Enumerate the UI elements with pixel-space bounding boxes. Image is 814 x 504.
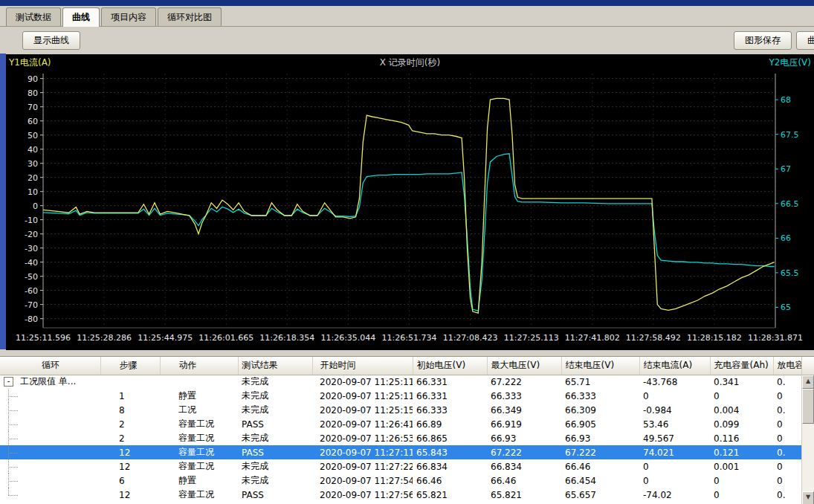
x-tick-label: 11:26:18.354 — [259, 333, 314, 343]
charge-cap-cell: 0.004 — [710, 403, 773, 417]
table-scrollbar[interactable]: ▲ ▼ — [801, 357, 814, 504]
table-body: -工况限值 单...未完成2020-09-07 11:25:1166.33167… — [0, 375, 801, 502]
y1-tick-label: 70 — [28, 103, 38, 112]
init-voltage-cell: 66.333 — [413, 403, 487, 417]
init-voltage-cell: 66.331 — [413, 389, 487, 403]
charge-cap-cell: 0.099 — [710, 417, 773, 431]
y1-tick-label: 30 — [28, 159, 38, 169]
scrollbar-track[interactable] — [802, 424, 814, 491]
discharge-cap-cell: 0. — [773, 488, 801, 502]
column-header-6[interactable]: 最大电压(V) — [487, 357, 561, 375]
table-row-4[interactable]: 2容量工况未完成2020-09-07 11:26:5366.86566.9366… — [0, 431, 801, 445]
y2-axis-label: Y2电压(V) — [768, 57, 811, 68]
y1-tick-label: -70 — [25, 300, 38, 310]
step-cell: 2 — [100, 417, 160, 431]
action-cell: 容量工况 — [160, 459, 238, 474]
chart-svg[interactable]: 11:25:11.59611:25:28.28611:25:44.97511:2… — [6, 54, 814, 350]
y1-tick-label: 20 — [28, 173, 38, 183]
column-header-10[interactable]: 放电容 — [773, 357, 801, 375]
y1-tick-label: 40 — [28, 145, 38, 155]
x-tick-label: 11:25:11.596 — [16, 333, 71, 343]
scrollbar-up-button[interactable]: ▲ — [802, 375, 814, 389]
cycle-label: 工况限值 单... — [20, 376, 76, 387]
y1-tick-label: -80 — [25, 314, 38, 324]
curve-save-button-partial[interactable]: 曲 — [796, 31, 814, 50]
discharge-cap-cell: 0 — [773, 474, 801, 488]
x-tick-label: 11:27:08.423 — [443, 333, 498, 343]
result-cell: PASS — [238, 417, 312, 431]
tab-3[interactable]: 项目内容 — [101, 7, 156, 26]
tree-line-connector — [8, 495, 18, 496]
action-cell: 容量工况 — [160, 431, 238, 445]
table-row-5[interactable]: 12容量工况PASS2020-09-07 11:27:1165.84367.22… — [0, 445, 801, 459]
scrollbar-thumb[interactable] — [802, 389, 814, 424]
column-header-1[interactable]: 步骤 — [100, 357, 160, 375]
x-axis-title: X 记录时间(秒) — [380, 57, 440, 68]
discharge-cap-cell: 0 — [773, 431, 801, 445]
start-time-cell: 2020-09-07 11:26:53 — [312, 431, 413, 445]
table-row-8[interactable]: 12容量工况PASS2020-09-07 11:27:5665.82165.82… — [0, 488, 801, 502]
battery-test-app-window: { "tabs": [ {"label": "测试数据", "active": … — [0, 0, 814, 504]
x-tick-label: 11:26:35.044 — [320, 333, 375, 343]
cycle-cell — [0, 474, 100, 488]
column-header-7[interactable]: 结束电压(V) — [561, 357, 639, 375]
x-tick-label: 11:25:28.286 — [77, 333, 132, 343]
end-voltage-cell: 66.333 — [561, 389, 639, 403]
end-current-cell: -0.984 — [639, 403, 710, 417]
table-row-3[interactable]: 2容量工况PASS2020-09-07 11:26:4166.8966.9196… — [0, 417, 801, 431]
tab-2[interactable]: 曲线 — [62, 7, 100, 27]
step-cell: 8 — [100, 403, 160, 417]
show-curve-button[interactable]: 显示曲线 — [22, 31, 80, 50]
start-time-cell: 2020-09-07 11:25:11 — [312, 389, 413, 403]
table-row-6[interactable]: 12容量工况未完成2020-09-07 11:27:2266.83466.834… — [0, 459, 801, 474]
max-voltage-cell: 66.46 — [487, 474, 561, 488]
step-cell: 6 — [100, 474, 160, 488]
action-cell: 工况 — [160, 403, 238, 417]
step-cell: 12 — [100, 445, 160, 459]
y2-tick-label: 66 — [781, 233, 791, 243]
y1-tick-label: -20 — [25, 230, 38, 239]
save-graphic-button[interactable]: 图形保存 — [734, 31, 792, 50]
end-voltage-cell: 65.71 — [561, 375, 639, 389]
y1-axis-label: Y1电流(A) — [8, 57, 51, 68]
discharge-cap-cell: 0. — [773, 445, 801, 459]
tree-expander-icon[interactable]: - — [4, 377, 13, 387]
table-header-row: 循环步骤动作测试结果开始时间初始电压(V)最大电压(V)结束电压(V)结束电流(… — [0, 357, 801, 375]
end-current-cell: 53.46 — [639, 417, 710, 431]
tab-1[interactable]: 测试数据 — [6, 7, 61, 26]
y2-tick-label: 65 — [781, 303, 791, 312]
left-edge-strip — [0, 54, 6, 349]
column-header-4[interactable]: 开始时间 — [312, 357, 413, 375]
step-cell: 12 — [100, 459, 160, 474]
charge-cap-cell: 0.121 — [710, 445, 773, 459]
start-time-cell: 2020-09-07 11:26:41 — [312, 417, 413, 431]
table-row-0[interactable]: -工况限值 单...未完成2020-09-07 11:25:1166.33167… — [0, 375, 801, 389]
tab-4[interactable]: 循环对比图 — [158, 7, 222, 26]
column-header-8[interactable]: 结束电流(A) — [639, 357, 710, 375]
end-voltage-cell: 66.454 — [561, 474, 639, 488]
table-row-1[interactable]: 1静置未完成2020-09-07 11:25:1166.33166.33366.… — [0, 389, 801, 403]
end-current-cell: 0 — [639, 474, 710, 488]
column-header-3[interactable]: 测试结果 — [238, 357, 312, 375]
column-header-9[interactable]: 充电容量(Ah) — [710, 357, 773, 375]
result-cell: PASS — [238, 445, 312, 459]
step-cell: 2 — [100, 431, 160, 445]
charge-cap-cell: 0 — [710, 474, 773, 488]
max-voltage-cell: 66.834 — [487, 459, 561, 474]
cycle-cell — [0, 417, 100, 431]
tree-line-connector — [8, 467, 18, 468]
result-cell: PASS — [238, 488, 312, 502]
column-header-0[interactable]: 循环 — [0, 357, 100, 375]
column-header-2[interactable]: 动作 — [160, 357, 238, 375]
table-row-7[interactable]: 6静置未完成2020-09-07 11:27:5466.4666.4666.45… — [0, 474, 801, 488]
column-header-5[interactable]: 初始电压(V) — [413, 357, 487, 375]
scrollbar-down-button[interactable]: ▼ — [802, 491, 814, 504]
max-voltage-cell: 66.349 — [487, 403, 561, 417]
table-row-2[interactable]: 8工况未完成2020-09-07 11:25:1566.33366.34966.… — [0, 403, 801, 417]
max-voltage-cell: 65.821 — [487, 488, 561, 502]
discharge-cap-cell: 0 — [773, 417, 801, 431]
charge-cap-cell: 0.116 — [710, 431, 773, 445]
step-cell: 12 — [100, 488, 160, 502]
cycle-cell — [0, 488, 100, 502]
cycle-cell — [0, 445, 100, 459]
